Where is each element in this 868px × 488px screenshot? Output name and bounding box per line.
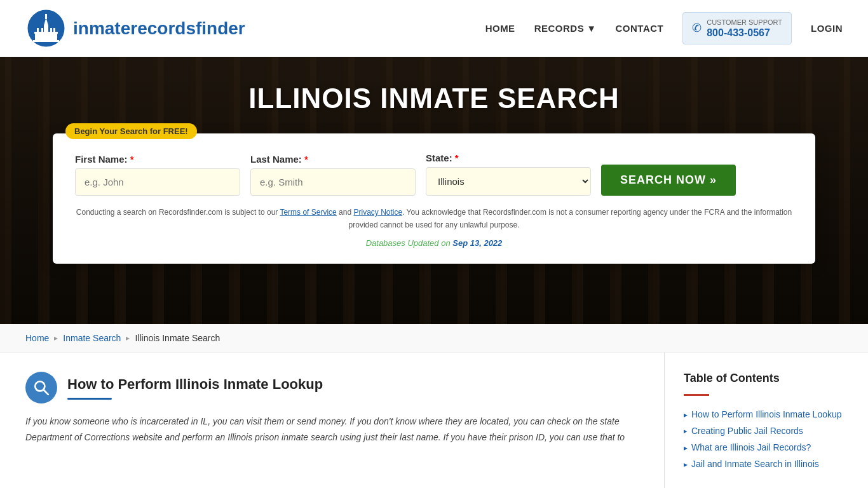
toc-arrow-2: ▸ [684, 427, 688, 435]
svg-rect-10 [33, 40, 59, 42]
nav-login[interactable]: LOGIN [811, 23, 843, 34]
toc-item-1: ▸ How to Perform Illinois Inmate Lookup [684, 406, 849, 423]
nav-home[interactable]: HOME [485, 23, 515, 34]
toc-item-4: ▸ Jail and Inmate Search in Illinois [684, 456, 849, 472]
magnifier-icon [33, 379, 50, 396]
logo[interactable]: inmaterecordsfinder [25, 8, 245, 49]
toc-item-3: ▸ What are Illinois Jail Records? [684, 439, 849, 456]
nav-records[interactable]: RECORDS ▼ [534, 23, 597, 34]
search-button[interactable]: SEARCH NOW » [601, 165, 736, 196]
main-content: How to Perform Illinois Inmate Lookup If… [0, 353, 868, 488]
state-select[interactable]: Illinois Alabama Alaska Arizona [426, 167, 591, 196]
state-required: * [455, 152, 459, 163]
chevron-down-icon: ▼ [587, 23, 596, 34]
svg-line-12 [44, 390, 48, 395]
article-section: How to Perform Illinois Inmate Lookup If… [0, 353, 665, 488]
state-group: State: * Illinois Alabama Alaska Arizona [426, 152, 591, 196]
toc-arrow-3: ▸ [684, 444, 688, 452]
article-heading: How to Perform Illinois Inmate Lookup [25, 372, 639, 403]
logo-icon [25, 8, 67, 49]
toc-arrow-4: ▸ [684, 460, 688, 469]
customer-support-label: CUSTOMER SUPPORT [707, 18, 782, 27]
customer-support-box[interactable]: ✆ CUSTOMER SUPPORT 800-433-0567 [682, 12, 792, 44]
hero-title: ILLINOIS INMATE SEARCH [53, 83, 815, 114]
hero-content: ILLINOIS INMATE SEARCH Begin Your Search… [53, 83, 815, 264]
site-header: inmaterecordsfinder HOME RECORDS ▼ CONTA… [0, 0, 868, 57]
breadcrumb-sep-1: ▸ [54, 334, 58, 342]
first-name-input[interactable] [75, 168, 240, 196]
privacy-link[interactable]: Privacy Notice [353, 208, 402, 217]
logo-text: inmaterecordsfinder [73, 18, 245, 39]
first-name-label: First Name: * [75, 154, 240, 165]
toc-title: Table of Contents [684, 372, 849, 385]
svg-rect-1 [35, 33, 57, 41]
toc-divider [684, 394, 709, 396]
state-label: State: * [426, 152, 591, 163]
toc-list: ▸ How to Perform Illinois Inmate Lookup … [684, 406, 849, 472]
toc-link-3[interactable]: ▸ What are Illinois Jail Records? [684, 442, 849, 452]
toc-item-2: ▸ Creating Public Jail Records [684, 423, 849, 439]
disclaimer-text: Conducting a search on Recordsfinder.com… [75, 206, 793, 232]
toc-section: Table of Contents ▸ How to Perform Illin… [665, 353, 868, 488]
main-nav: HOME RECORDS ▼ CONTACT ✆ CUSTOMER SUPPOR… [485, 12, 843, 44]
toc-link-4[interactable]: ▸ Jail and Inmate Search in Illinois [684, 459, 849, 469]
hero-section: ILLINOIS INMATE SEARCH Begin Your Search… [0, 57, 868, 324]
search-card: Begin Your Search for FREE! First Name: … [53, 133, 815, 264]
db-updated: Databases Updated on Sep 13, 2022 [75, 238, 793, 248]
first-name-required: * [130, 154, 134, 165]
db-updated-label: Databases Updated on [366, 238, 451, 248]
nav-contact[interactable]: CONTACT [616, 23, 664, 34]
last-name-label: Last Name: * [250, 154, 416, 165]
breadcrumb-inmate-search[interactable]: Inmate Search [63, 333, 121, 343]
last-name-group: Last Name: * [250, 154, 416, 196]
title-underline [67, 398, 112, 400]
breadcrumb: Home ▸ Inmate Search ▸ Illinois Inmate S… [0, 324, 868, 353]
breadcrumb-current: Illinois Inmate Search [135, 333, 220, 343]
last-name-input[interactable] [250, 168, 416, 196]
article-title: How to Perform Illinois Inmate Lookup [67, 376, 323, 393]
toc-link-1[interactable]: ▸ How to Perform Illinois Inmate Lookup [684, 409, 849, 419]
customer-support-phone: 800-433-0567 [707, 27, 782, 39]
toc-arrow-1: ▸ [684, 410, 688, 419]
search-form-row: First Name: * Last Name: * State: * Illi [75, 152, 793, 196]
db-updated-date: Sep 13, 2022 [452, 238, 502, 248]
free-badge: Begin Your Search for FREE! [65, 123, 197, 139]
article-body: If you know someone who is incarcerated … [25, 414, 639, 445]
breadcrumb-sep-2: ▸ [126, 334, 130, 342]
last-name-required: * [304, 154, 308, 165]
terms-link[interactable]: Terms of Service [280, 208, 336, 217]
svg-rect-8 [45, 14, 47, 19]
first-name-group: First Name: * [75, 154, 240, 196]
svg-rect-9 [34, 32, 58, 34]
breadcrumb-home[interactable]: Home [25, 333, 49, 343]
article-icon [25, 372, 57, 403]
toc-link-2[interactable]: ▸ Creating Public Jail Records [684, 426, 849, 436]
phone-icon: ✆ [692, 21, 702, 35]
